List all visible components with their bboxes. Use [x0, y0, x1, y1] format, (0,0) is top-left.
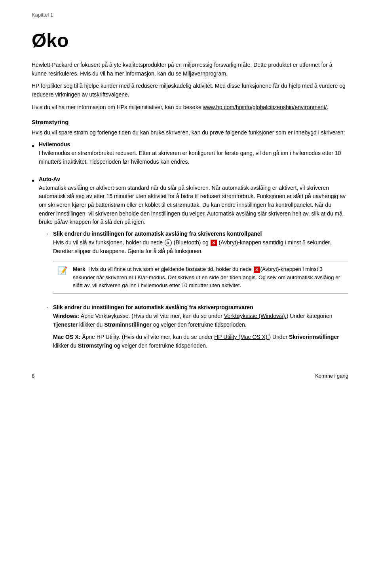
note-box: 📝 Merk Hvis du vil finne ut hva som er g… — [53, 261, 348, 294]
windows-label: Windows: — [53, 313, 79, 319]
sub-bullet-content-1: Slik endrer du innstillingen for automat… — [53, 231, 348, 299]
bluetooth-icon: ⭘ — [165, 239, 172, 246]
footer-page-number: 8 — [32, 373, 34, 379]
note-icon: 📝 — [58, 266, 69, 275]
page-container: Kapittel 1 Øko Hewlett-Packard er fokuse… — [0, 0, 380, 388]
avbryt-icon-2: ✕ — [254, 267, 260, 273]
bullet-item-hvilemodus: • Hvilemodus I hvilemodus er strømforbru… — [32, 141, 348, 170]
sub-bullet-programvare: ◦ Slik endrer du innstillingen for autom… — [47, 304, 348, 354]
sub-bullet-kontrollpanel: ◦ Slik endrer du innstillingen for autom… — [47, 231, 348, 299]
stromstyring-heading: Strømstyring — [32, 119, 348, 125]
hp-path-link[interactable]: hpinfo/globalcitizenship/environment/ — [236, 104, 327, 110]
sub-bullet-title-2: Slik endrer du innstillingen for automat… — [53, 304, 348, 310]
programvare-windows-text: Windows: Åpne Verktøykasse. (Hvis du vil… — [53, 312, 348, 329]
page-footer: 8 Komme i gang — [32, 373, 348, 379]
bullet-dot-autoav: • — [32, 177, 39, 185]
miljovernprogram-link[interactable]: Miljøvernprogram — [183, 70, 226, 77]
sub-bullet-title-1: Slik endrer du innstillingen for automat… — [53, 231, 348, 237]
hvilemodus-text: I hvilemodus er strømforbruket redusert.… — [39, 149, 348, 166]
hvilemodus-title: Hvilemodus — [39, 141, 348, 147]
bullet-content-hvilemodus: Hvilemodus I hvilemodus er strømforbruke… — [39, 141, 348, 170]
stromstyring-label: Strømstyring — [78, 342, 112, 349]
programvare-mac-text: Mac OS X: Åpne HP Utility. (Hvis du vil … — [53, 333, 348, 350]
page-title: Øko — [32, 30, 348, 51]
tjenester-label: Tjenester — [53, 321, 78, 328]
chapter-label: Kapittel 1 — [32, 12, 348, 18]
note-content: Merk Hvis du vil finne ut hva som er gje… — [73, 265, 344, 289]
avbryt-icon-1: ✕ — [211, 240, 217, 246]
note-label: Merk — [73, 266, 86, 272]
strominnstillinger-label: Strøminnstillinger — [104, 321, 152, 328]
intro-para-3: Hvis du vil ha mer informasjon om HPs mi… — [32, 103, 348, 112]
sub-bullet-dot-2: ◦ — [47, 305, 53, 310]
sub-bullet-content-2: Slik endrer du innstillingen for automat… — [53, 304, 348, 354]
main-bullet-list: • Hvilemodus I hvilemodus er strømforbru… — [32, 141, 348, 359]
hputility-link[interactable]: HP Utility (Mac OS X). — [214, 334, 269, 340]
intro-para-2: HP forplikter seg til å hjelpe kunder me… — [32, 82, 348, 99]
autoav-title: Auto-Av — [39, 176, 348, 182]
verktoy-link[interactable]: Verktøykasse (Windows). — [224, 313, 287, 319]
kontrollpanel-text: Hvis du vil slå av funksjonen, holder du… — [53, 238, 348, 255]
stromstyring-intro: Hvis du vil spare strøm og forlenge tide… — [32, 129, 348, 137]
autoav-text: Automatisk avslåing er aktivert som stan… — [39, 184, 348, 227]
sub-bullet-list: ◦ Slik endrer du innstillingen for autom… — [47, 231, 348, 354]
footer-section: Komme i gang — [315, 373, 348, 379]
bullet-content-autoav: Auto-Av Automatisk avslåing er aktivert … — [39, 176, 348, 359]
sub-bullet-dot-1: ◦ — [47, 232, 53, 236]
bullet-dot-hvilemodus: • — [32, 142, 39, 150]
mac-label: Mac OS X: — [53, 334, 80, 340]
intro-para-1: Hewlett-Packard er fokusert på å yte kva… — [32, 61, 348, 78]
hp-url-link[interactable]: www.hp.com/ — [203, 104, 236, 110]
bullet-item-autoav: • Auto-Av Automatisk avslåing er aktiver… — [32, 176, 348, 359]
skriverinnstillinger-label: Skriverinnstillinger — [289, 334, 339, 340]
